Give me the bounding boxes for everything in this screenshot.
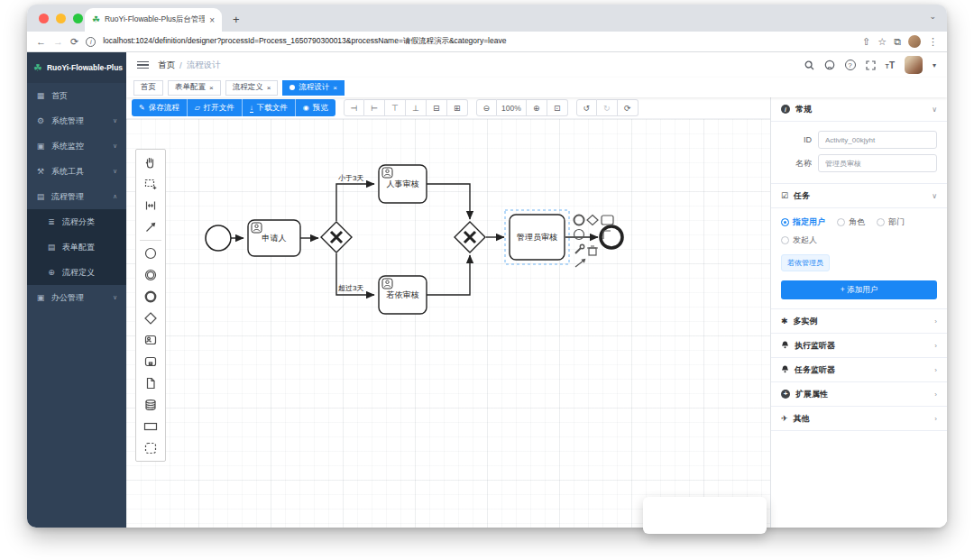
- save-process-button[interactable]: ✎ 保存流程: [132, 99, 188, 116]
- fullscreen-icon[interactable]: [866, 60, 876, 70]
- assigned-user-tag[interactable]: 若依管理员: [781, 254, 830, 271]
- create-data-object[interactable]: [136, 372, 165, 394]
- section-execution-listener[interactable]: 执行监听器 ›: [771, 334, 947, 358]
- delete-trash-icon[interactable]: [587, 246, 598, 255]
- sidebar-item-system-monitor[interactable]: ▣ 系统监控 ∨: [27, 133, 126, 159]
- task-ruoyi-review[interactable]: 若依审核: [379, 276, 427, 314]
- zoom-reset-button[interactable]: ⊡: [547, 99, 568, 116]
- section-general-header[interactable]: i 常规 ∨: [771, 97, 947, 122]
- browser-profile-avatar[interactable]: [908, 35, 921, 48]
- site-info-icon[interactable]: i: [86, 37, 96, 47]
- bookmark-star-icon[interactable]: ☆: [878, 37, 887, 47]
- flow-lt3days[interactable]: [336, 184, 374, 221]
- append-task-icon[interactable]: [602, 216, 613, 225]
- tabs-switcher-icon[interactable]: ⧉: [894, 37, 901, 47]
- url-text[interactable]: localhost:1024/definition/designer?proce…: [103, 36, 855, 47]
- undo-button[interactable]: ↺: [576, 99, 597, 116]
- connect-arrow-icon[interactable]: [575, 260, 585, 268]
- align-bottom-button[interactable]: ⊥: [406, 99, 427, 116]
- align-right-button[interactable]: ⊢: [364, 99, 385, 116]
- flow-hr-to-join[interactable]: [427, 184, 470, 219]
- close-tab-icon[interactable]: ×: [209, 15, 215, 25]
- create-gateway[interactable]: [136, 308, 165, 329]
- breadcrumb-home[interactable]: 首页: [158, 60, 175, 71]
- close-window-button[interactable]: [39, 14, 49, 23]
- tab-process-definition[interactable]: 流程定义 ×: [225, 80, 279, 96]
- name-input[interactable]: [818, 154, 937, 172]
- lasso-tool[interactable]: [136, 173, 165, 195]
- sidebar-item-form-config[interactable]: ▤ 表单配置: [27, 234, 126, 260]
- flow-ruoyi-to-join[interactable]: [427, 255, 470, 295]
- create-participant[interactable]: [136, 416, 165, 437]
- close-icon[interactable]: ×: [209, 84, 214, 92]
- collapse-sidebar-icon[interactable]: [137, 61, 149, 69]
- task-hr-review[interactable]: 人事审核: [379, 165, 427, 203]
- tab-process-design[interactable]: 流程设计 ×: [282, 80, 345, 96]
- task-admin-review-selected[interactable]: 管理员审核: [505, 210, 569, 264]
- tab-home[interactable]: 首页: [133, 80, 163, 96]
- sidebar-item-office-management[interactable]: ▣ 办公管理 ∨: [27, 285, 126, 310]
- create-data-store[interactable]: [136, 394, 165, 416]
- create-subprocess[interactable]: [136, 351, 165, 372]
- new-tab-button[interactable]: +: [233, 13, 240, 26]
- create-group[interactable]: [136, 437, 165, 459]
- sidebar-item-process-category[interactable]: ≣ 流程分类: [27, 209, 126, 234]
- radio-department[interactable]: 部门: [877, 216, 905, 228]
- preview-button[interactable]: ◉ 预览: [296, 99, 335, 116]
- sidebar-item-home[interactable]: ▦ 首页: [27, 83, 126, 108]
- share-icon[interactable]: ⇧: [862, 37, 870, 47]
- close-icon[interactable]: ×: [333, 84, 337, 92]
- section-other[interactable]: ✈ 其他 ›: [771, 407, 947, 431]
- gateway-split[interactable]: [321, 222, 352, 252]
- hand-tool[interactable]: [136, 151, 165, 173]
- section-task-header[interactable]: ☑ 任务 ∨: [771, 184, 947, 208]
- tab-form-config[interactable]: 表单配置 ×: [168, 80, 221, 96]
- help-icon[interactable]: ?: [845, 60, 856, 70]
- restart-button[interactable]: ⟳: [618, 99, 639, 116]
- align-center-horizontal-button[interactable]: ⊟: [427, 99, 447, 116]
- close-icon[interactable]: ×: [267, 84, 271, 92]
- window-controls[interactable]: [39, 14, 83, 23]
- user-avatar[interactable]: [905, 56, 923, 74]
- change-type-wrench-icon[interactable]: [575, 244, 584, 253]
- append-gateway-icon[interactable]: [587, 216, 598, 225]
- bpmn-canvas[interactable]: 申请人 小于3天 超过3天: [126, 119, 770, 528]
- zoom-out-button[interactable]: ⊖: [476, 99, 497, 116]
- radio-initiator[interactable]: 发起人: [781, 234, 937, 246]
- create-start-event[interactable]: [136, 243, 165, 264]
- maximize-window-button[interactable]: [73, 14, 83, 23]
- avatar-caret-icon[interactable]: ▾: [933, 61, 936, 69]
- task-applicant[interactable]: 申请人: [248, 220, 300, 256]
- append-end-event-icon[interactable]: [574, 216, 584, 225]
- sidebar-item-process-management[interactable]: ▤ 流程管理 ∧: [27, 184, 126, 209]
- minimize-window-button[interactable]: [56, 14, 66, 23]
- create-user-task[interactable]: [136, 329, 165, 351]
- app-logo[interactable]: ☘ RuoYi-Flowable-Plus: [27, 52, 126, 83]
- browser-tab[interactable]: ☘ RuoYi-Flowable-Plus后台管理系统 ×: [85, 8, 222, 32]
- tab-overview-chevron-icon[interactable]: ⌄: [929, 12, 936, 21]
- id-input[interactable]: [818, 131, 937, 149]
- back-icon[interactable]: ←: [36, 37, 46, 47]
- align-top-button[interactable]: ⊤: [385, 99, 406, 116]
- reload-icon[interactable]: ⟳: [70, 37, 78, 47]
- redo-button[interactable]: ↻: [597, 99, 618, 116]
- browser-menu-dots-icon[interactable]: ⋮: [928, 37, 938, 47]
- github-icon[interactable]: [824, 60, 835, 70]
- gateway-join[interactable]: [455, 222, 485, 252]
- space-tool[interactable]: [136, 195, 165, 216]
- global-connect-tool[interactable]: [136, 216, 165, 238]
- sidebar-item-process-definition[interactable]: ⊕ 流程定义: [27, 260, 126, 285]
- sidebar-item-system-tools[interactable]: ⚒ 系统工具 ∨: [27, 159, 126, 184]
- section-task-listener[interactable]: 任务监听器 ›: [771, 358, 947, 382]
- search-icon[interactable]: [804, 60, 814, 70]
- radio-assigned-user[interactable]: 指定用户: [781, 216, 825, 228]
- radio-role[interactable]: 角色: [837, 216, 865, 228]
- create-intermediate-event[interactable]: [136, 264, 165, 286]
- forward-icon[interactable]: →: [53, 37, 63, 47]
- font-size-icon[interactable]: TT: [886, 60, 895, 70]
- section-multi-instance[interactable]: ✱ 多实例 ›: [771, 309, 947, 334]
- append-intermediate-event-icon[interactable]: [574, 230, 584, 240]
- create-end-event[interactable]: [136, 286, 165, 308]
- align-center-vertical-button[interactable]: ⊞: [447, 99, 468, 116]
- add-user-button[interactable]: + 添加用户: [781, 280, 937, 299]
